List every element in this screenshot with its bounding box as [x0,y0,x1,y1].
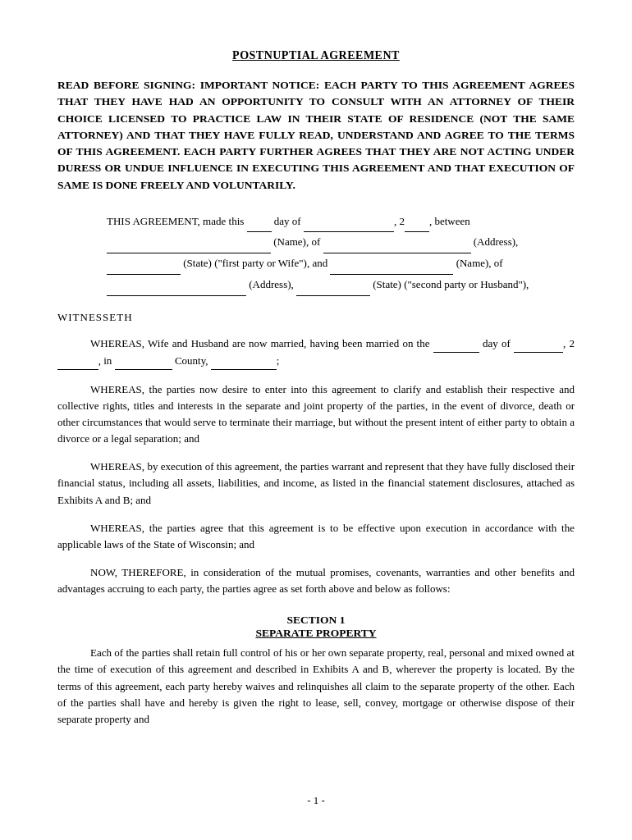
now-therefore-paragraph: NOW, THEREFORE, in consideration of the … [57,564,575,597]
notice-block: READ BEFORE SIGNING: IMPORTANT NOTICE: E… [57,77,575,194]
document-title: POSTNUPTIAL AGREEMENT [57,49,575,62]
intro-name-line: (Name), of (Address), [107,235,518,248]
intro-state-line: (State) ("first party or Wife"), and (Na… [107,257,503,269]
section1-text: Each of the parties shall retain full co… [57,645,575,728]
section1-title: SECTION 1 [287,614,346,626]
witnesseth-label: WITNESSETH [57,311,575,324]
intro-text-made: THIS AGREEMENT, made this day of , 2 , b… [107,215,470,227]
whereas-paragraph-2: WHEREAS, the parties now desire to enter… [57,381,575,448]
agreement-intro: THIS AGREEMENT, made this day of , 2 , b… [57,212,575,296]
section1-subtitle: SEPARATE PROPERTY [57,627,575,640]
document-page: POSTNUPTIAL AGREEMENT READ BEFORE SIGNIN… [0,0,632,840]
whereas-paragraph-3: WHEREAS, by execution of this agreement,… [57,459,575,508]
whereas-paragraph-1: WHEREAS, Wife and Husband are now marrie… [57,336,575,370]
page-number: - 1 - [0,794,632,807]
whereas-paragraph-4: WHEREAS, the parties agree that this agr… [57,520,575,553]
intro-address-line: (Address), (State) ("second party or Hus… [107,278,529,290]
section1-heading: SECTION 1 SEPARATE PROPERTY [57,614,575,640]
